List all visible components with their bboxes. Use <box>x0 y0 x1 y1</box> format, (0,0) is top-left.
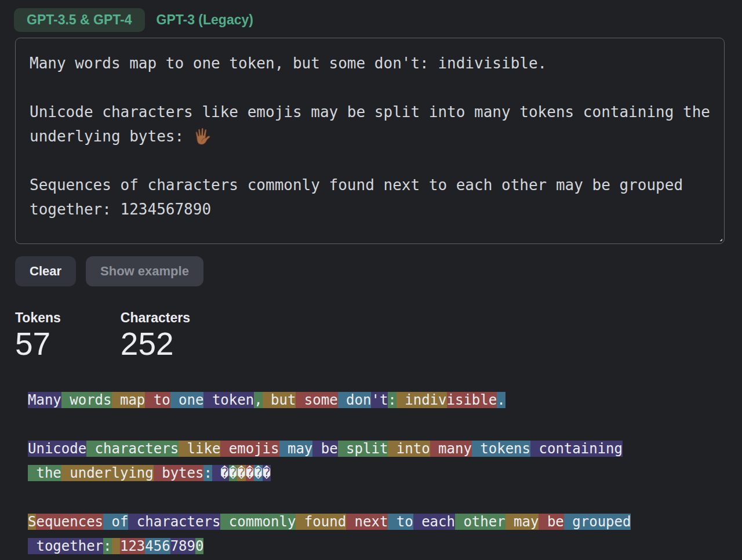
token-row: Many words map to one token, but some do… <box>28 388 725 412</box>
token: be <box>539 514 563 530</box>
token: characters <box>86 441 179 457</box>
token: split <box>338 441 388 457</box>
token: many <box>430 441 472 457</box>
tokens-count: 57 <box>15 326 61 361</box>
token: don <box>338 392 372 408</box>
tokenizer-page: { "tabs": [ { "label": "GPT-3.5 & GPT-4"… <box>0 0 742 560</box>
tokens-label: Tokens <box>15 310 61 325</box>
token: but <box>263 392 296 408</box>
token: isible <box>447 392 497 408</box>
token-paragraph: Sequences of characters commonly found n… <box>28 510 725 558</box>
token: 456 <box>145 538 170 554</box>
token: � <box>263 465 271 481</box>
characters-label: Characters <box>121 310 190 325</box>
token: found <box>296 514 346 530</box>
token: like <box>179 441 220 457</box>
token-visualization: Many words map to one token, but some do… <box>28 388 725 558</box>
token-row: the underlying bytes: ������ <box>28 461 725 485</box>
token: to <box>145 392 170 408</box>
token-row: Unicode characters like emojis may be sp… <box>28 437 725 461</box>
token-paragraph: Many words map to one token, but some do… <box>28 388 725 412</box>
token <box>112 538 120 554</box>
token: Unicode <box>28 441 86 457</box>
token: tokens <box>472 441 530 457</box>
token: Many <box>28 392 61 408</box>
tokenizer-input-wrapper: Many words map to one token, but some do… <box>15 38 725 244</box>
show-example-button[interactable]: Show example <box>86 256 203 286</box>
token: S <box>28 514 36 530</box>
token: 789 <box>170 538 195 554</box>
token: grouped <box>564 514 631 530</box>
token: commonly <box>220 514 296 530</box>
token-row: Sequences of characters commonly found n… <box>28 510 725 534</box>
token: � <box>212 465 229 481</box>
token: : <box>388 392 396 408</box>
tab-gpt3-legacy[interactable]: GPT-3 (Legacy) <box>157 8 253 32</box>
token: be <box>312 441 337 457</box>
token: words <box>61 392 112 408</box>
token: equences <box>36 514 103 530</box>
tokens-stat: Tokens 57 <box>15 310 61 361</box>
tab-gpt35-gpt4[interactable]: GPT-3.5 & GPT-4 <box>14 8 145 32</box>
characters-count: 252 <box>121 326 190 361</box>
token: . <box>497 392 505 408</box>
token: containing <box>530 441 623 457</box>
token: 0 <box>195 538 203 554</box>
token: : <box>203 465 212 481</box>
token: � <box>237 465 245 481</box>
token: bytes <box>154 465 204 481</box>
model-tabs: GPT-3.5 & GPT-4 GPT-3 (Legacy) <box>0 0 742 32</box>
token: , <box>254 392 262 408</box>
token: underlying <box>61 465 154 481</box>
token: � <box>246 465 254 481</box>
token-row: together: 1234567890 <box>28 534 725 558</box>
token: � <box>229 465 237 481</box>
token: 123 <box>120 538 145 554</box>
token: some <box>296 392 337 408</box>
token: : <box>103 538 111 554</box>
token: emojis <box>220 441 279 457</box>
token: the <box>28 465 61 481</box>
token: one <box>170 392 204 408</box>
token: may <box>505 514 539 530</box>
token: next <box>346 514 388 530</box>
token: characters <box>128 514 220 530</box>
token: 't <box>371 392 388 408</box>
token: each <box>413 514 455 530</box>
token: indiv <box>397 392 447 408</box>
characters-stat: Characters 252 <box>121 310 190 361</box>
token: together <box>28 538 103 554</box>
clear-button[interactable]: Clear <box>15 256 76 286</box>
token: other <box>455 514 505 530</box>
stats-row: Tokens 57 Characters 252 <box>15 310 742 361</box>
action-buttons: Clear Show example <box>15 256 742 286</box>
token: into <box>388 441 430 457</box>
token: to <box>388 514 413 530</box>
token: of <box>103 514 128 530</box>
token: may <box>279 441 313 457</box>
token: token <box>203 392 254 408</box>
token: map <box>112 392 146 408</box>
token-paragraph: Unicode characters like emojis may be sp… <box>28 437 725 485</box>
tokenizer-input[interactable]: Many words map to one token, but some do… <box>15 38 725 244</box>
token: � <box>254 465 262 481</box>
